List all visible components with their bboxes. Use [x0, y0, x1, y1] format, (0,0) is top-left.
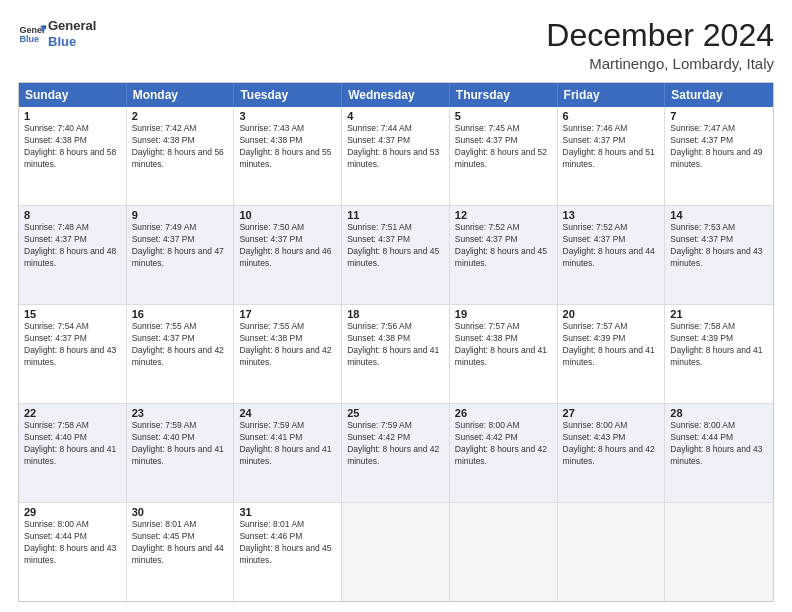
day-number: 6 — [563, 110, 660, 122]
day-number: 7 — [670, 110, 768, 122]
week-row-5: 29 Sunrise: 8:00 AM Sunset: 4:44 PM Dayl… — [19, 502, 773, 601]
header-saturday: Saturday — [665, 83, 773, 107]
cell-week4-day6: 27 Sunrise: 8:00 AM Sunset: 4:43 PM Dayl… — [558, 404, 666, 502]
day-number: 31 — [239, 506, 336, 518]
sunset-text: Sunset: 4:37 PM — [132, 234, 229, 246]
day-number: 17 — [239, 308, 336, 320]
day-number: 13 — [563, 209, 660, 221]
day-number: 23 — [132, 407, 229, 419]
cell-week1-day4: 4 Sunrise: 7:44 AM Sunset: 4:37 PM Dayli… — [342, 107, 450, 205]
cell-week4-day7: 28 Sunrise: 8:00 AM Sunset: 4:44 PM Dayl… — [665, 404, 773, 502]
day-number: 15 — [24, 308, 121, 320]
sunrise-text: Sunrise: 7:45 AM — [455, 123, 552, 135]
sunset-text: Sunset: 4:37 PM — [563, 234, 660, 246]
location-title: Martinengo, Lombardy, Italy — [546, 55, 774, 72]
cell-week5-day1: 29 Sunrise: 8:00 AM Sunset: 4:44 PM Dayl… — [19, 503, 127, 601]
calendar: Sunday Monday Tuesday Wednesday Thursday… — [18, 82, 774, 602]
sunset-text: Sunset: 4:44 PM — [24, 531, 121, 543]
logo-line1: General — [48, 18, 96, 34]
sunset-text: Sunset: 4:46 PM — [239, 531, 336, 543]
cell-week4-day3: 24 Sunrise: 7:59 AM Sunset: 4:41 PM Dayl… — [234, 404, 342, 502]
sunset-text: Sunset: 4:42 PM — [455, 432, 552, 444]
daylight-text: Daylight: 8 hours and 42 minutes. — [347, 444, 444, 468]
sunset-text: Sunset: 4:44 PM — [670, 432, 768, 444]
calendar-header: Sunday Monday Tuesday Wednesday Thursday… — [19, 83, 773, 107]
cell-week5-day2: 30 Sunrise: 8:01 AM Sunset: 4:45 PM Dayl… — [127, 503, 235, 601]
daylight-text: Daylight: 8 hours and 41 minutes. — [563, 345, 660, 369]
sunset-text: Sunset: 4:37 PM — [24, 234, 121, 246]
header-monday: Monday — [127, 83, 235, 107]
daylight-text: Daylight: 8 hours and 43 minutes. — [670, 444, 768, 468]
cell-week5-day4 — [342, 503, 450, 601]
day-number: 28 — [670, 407, 768, 419]
day-number: 16 — [132, 308, 229, 320]
daylight-text: Daylight: 8 hours and 49 minutes. — [670, 147, 768, 171]
sunset-text: Sunset: 4:40 PM — [132, 432, 229, 444]
sunrise-text: Sunrise: 7:59 AM — [239, 420, 336, 432]
day-number: 20 — [563, 308, 660, 320]
day-number: 10 — [239, 209, 336, 221]
sunrise-text: Sunrise: 8:01 AM — [239, 519, 336, 531]
cell-week1-day3: 3 Sunrise: 7:43 AM Sunset: 4:38 PM Dayli… — [234, 107, 342, 205]
daylight-text: Daylight: 8 hours and 56 minutes. — [132, 147, 229, 171]
week-row-4: 22 Sunrise: 7:58 AM Sunset: 4:40 PM Dayl… — [19, 403, 773, 502]
header: General Blue General Blue December 2024 … — [18, 18, 774, 72]
cell-week1-day5: 5 Sunrise: 7:45 AM Sunset: 4:37 PM Dayli… — [450, 107, 558, 205]
sunset-text: Sunset: 4:40 PM — [24, 432, 121, 444]
day-number: 4 — [347, 110, 444, 122]
sunrise-text: Sunrise: 7:50 AM — [239, 222, 336, 234]
cell-week3-day6: 20 Sunrise: 7:57 AM Sunset: 4:39 PM Dayl… — [558, 305, 666, 403]
day-number: 22 — [24, 407, 121, 419]
cell-week3-day3: 17 Sunrise: 7:55 AM Sunset: 4:38 PM Dayl… — [234, 305, 342, 403]
sunrise-text: Sunrise: 7:51 AM — [347, 222, 444, 234]
cell-week3-day4: 18 Sunrise: 7:56 AM Sunset: 4:38 PM Dayl… — [342, 305, 450, 403]
header-friday: Friday — [558, 83, 666, 107]
sunset-text: Sunset: 4:38 PM — [455, 333, 552, 345]
sunset-text: Sunset: 4:38 PM — [24, 135, 121, 147]
cell-week4-day2: 23 Sunrise: 7:59 AM Sunset: 4:40 PM Dayl… — [127, 404, 235, 502]
day-number: 26 — [455, 407, 552, 419]
sunrise-text: Sunrise: 8:00 AM — [670, 420, 768, 432]
sunrise-text: Sunrise: 8:01 AM — [132, 519, 229, 531]
logo-text: General Blue — [48, 18, 96, 49]
day-number: 1 — [24, 110, 121, 122]
sunset-text: Sunset: 4:38 PM — [239, 135, 336, 147]
cell-week4-day1: 22 Sunrise: 7:58 AM Sunset: 4:40 PM Dayl… — [19, 404, 127, 502]
day-number: 30 — [132, 506, 229, 518]
sunrise-text: Sunrise: 7:40 AM — [24, 123, 121, 135]
sunset-text: Sunset: 4:38 PM — [132, 135, 229, 147]
sunrise-text: Sunrise: 7:54 AM — [24, 321, 121, 333]
cell-week3-day2: 16 Sunrise: 7:55 AM Sunset: 4:37 PM Dayl… — [127, 305, 235, 403]
sunset-text: Sunset: 4:37 PM — [347, 135, 444, 147]
day-number: 9 — [132, 209, 229, 221]
title-block: December 2024 Martinengo, Lombardy, Ital… — [546, 18, 774, 72]
calendar-body: 1 Sunrise: 7:40 AM Sunset: 4:38 PM Dayli… — [19, 107, 773, 601]
daylight-text: Daylight: 8 hours and 42 minutes. — [455, 444, 552, 468]
sunrise-text: Sunrise: 7:57 AM — [455, 321, 552, 333]
cell-week2-day3: 10 Sunrise: 7:50 AM Sunset: 4:37 PM Dayl… — [234, 206, 342, 304]
cell-week4-day4: 25 Sunrise: 7:59 AM Sunset: 4:42 PM Dayl… — [342, 404, 450, 502]
sunset-text: Sunset: 4:37 PM — [347, 234, 444, 246]
daylight-text: Daylight: 8 hours and 53 minutes. — [347, 147, 444, 171]
daylight-text: Daylight: 8 hours and 51 minutes. — [563, 147, 660, 171]
logo-icon: General Blue — [18, 20, 46, 48]
daylight-text: Daylight: 8 hours and 46 minutes. — [239, 246, 336, 270]
day-number: 24 — [239, 407, 336, 419]
sunrise-text: Sunrise: 7:47 AM — [670, 123, 768, 135]
cell-week1-day7: 7 Sunrise: 7:47 AM Sunset: 4:37 PM Dayli… — [665, 107, 773, 205]
header-sunday: Sunday — [19, 83, 127, 107]
sunrise-text: Sunrise: 7:57 AM — [563, 321, 660, 333]
header-wednesday: Wednesday — [342, 83, 450, 107]
week-row-3: 15 Sunrise: 7:54 AM Sunset: 4:37 PM Dayl… — [19, 304, 773, 403]
day-number: 21 — [670, 308, 768, 320]
sunrise-text: Sunrise: 7:42 AM — [132, 123, 229, 135]
cell-week3-day5: 19 Sunrise: 7:57 AM Sunset: 4:38 PM Dayl… — [450, 305, 558, 403]
sunset-text: Sunset: 4:42 PM — [347, 432, 444, 444]
daylight-text: Daylight: 8 hours and 41 minutes. — [347, 345, 444, 369]
week-row-1: 1 Sunrise: 7:40 AM Sunset: 4:38 PM Dayli… — [19, 107, 773, 205]
month-title: December 2024 — [546, 18, 774, 53]
sunset-text: Sunset: 4:37 PM — [24, 333, 121, 345]
day-number: 14 — [670, 209, 768, 221]
day-number: 8 — [24, 209, 121, 221]
cell-week3-day1: 15 Sunrise: 7:54 AM Sunset: 4:37 PM Dayl… — [19, 305, 127, 403]
